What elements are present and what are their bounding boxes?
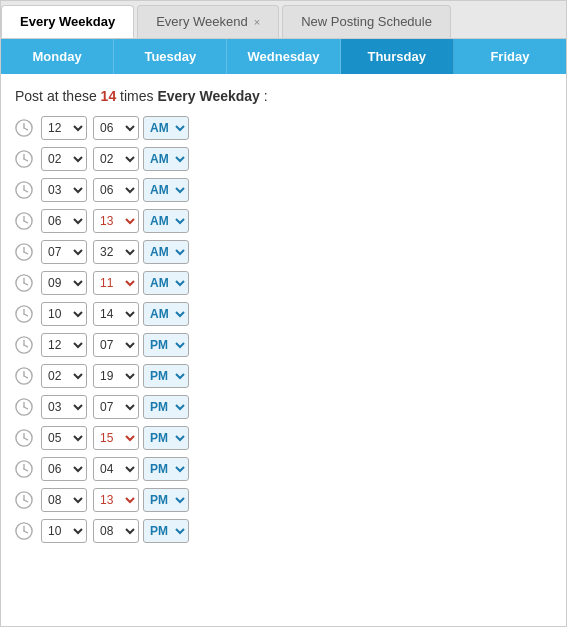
minute-select[interactable]: 0001020304050607080910111213141516171819… (93, 271, 139, 295)
time-row: 0102030405060708091011120001020304050607… (15, 240, 552, 264)
time-row: 0102030405060708091011120001020304050607… (15, 209, 552, 233)
minute-select[interactable]: 0001020304050607080910111213141516171819… (93, 240, 139, 264)
tab-bar: Every WeekdayEvery Weekend×New Posting S… (1, 1, 566, 39)
ampm-select[interactable]: AMPM (143, 457, 189, 481)
time-row: 0102030405060708091011120001020304050607… (15, 395, 552, 419)
ampm-select[interactable]: AMPM (143, 271, 189, 295)
clock-icon (15, 522, 33, 540)
time-row: 0102030405060708091011120001020304050607… (15, 116, 552, 140)
hour-select[interactable]: 010203040506070809101112 (41, 519, 87, 543)
svg-line-11 (24, 221, 28, 223)
main-container: Every WeekdayEvery Weekend×New Posting S… (0, 0, 567, 627)
clock-icon (15, 460, 33, 478)
clock-icon (15, 305, 33, 323)
svg-line-26 (24, 376, 28, 378)
time-row: 0102030405060708091011120001020304050607… (15, 426, 552, 450)
time-row: 0102030405060708091011120001020304050607… (15, 302, 552, 326)
time-row: 0102030405060708091011120001020304050607… (15, 457, 552, 481)
minute-select[interactable]: 0001020304050607080910111213141516171819… (93, 302, 139, 326)
clock-icon (15, 150, 33, 168)
svg-line-8 (24, 190, 28, 192)
hour-select[interactable]: 010203040506070809101112 (41, 333, 87, 357)
time-row: 0102030405060708091011120001020304050607… (15, 147, 552, 171)
minute-select[interactable]: 0001020304050607080910111213141516171819… (93, 457, 139, 481)
ampm-select[interactable]: AMPM (143, 116, 189, 140)
minute-select[interactable]: 0001020304050607080910111213141516171819… (93, 333, 139, 357)
post-count: 14 (101, 88, 117, 104)
hour-select[interactable]: 010203040506070809101112 (41, 364, 87, 388)
hour-select[interactable]: 010203040506070809101112 (41, 178, 87, 202)
hour-select[interactable]: 010203040506070809101112 (41, 147, 87, 171)
post-label-suffix: times (116, 88, 157, 104)
time-row: 0102030405060708091011120001020304050607… (15, 178, 552, 202)
ampm-select[interactable]: AMPM (143, 302, 189, 326)
day-tab-wednesday[interactable]: Wednesday (227, 39, 340, 74)
ampm-select[interactable]: AMPM (143, 426, 189, 450)
svg-line-20 (24, 314, 28, 316)
clock-icon (15, 274, 33, 292)
svg-line-32 (24, 438, 28, 440)
clock-icon (15, 243, 33, 261)
day-tab-monday[interactable]: Monday (1, 39, 114, 74)
hour-select[interactable]: 010203040506070809101112 (41, 116, 87, 140)
time-row: 0102030405060708091011120001020304050607… (15, 364, 552, 388)
hour-select[interactable]: 010203040506070809101112 (41, 426, 87, 450)
svg-line-35 (24, 469, 28, 471)
clock-icon (15, 119, 33, 137)
content-area: Post at these 14 times Every Weekday : 0… (1, 74, 566, 564)
hour-select[interactable]: 010203040506070809101112 (41, 271, 87, 295)
ampm-select[interactable]: AMPM (143, 178, 189, 202)
clock-icon (15, 491, 33, 509)
ampm-select[interactable]: AMPM (143, 519, 189, 543)
ampm-select[interactable]: AMPM (143, 488, 189, 512)
hour-select[interactable]: 010203040506070809101112 (41, 457, 87, 481)
ampm-select[interactable]: AMPM (143, 395, 189, 419)
clock-icon (15, 181, 33, 199)
day-tab-tuesday[interactable]: Tuesday (114, 39, 227, 74)
tab-every-weekday[interactable]: Every Weekday (1, 5, 134, 38)
minute-select[interactable]: 0001020304050607080910111213141516171819… (93, 364, 139, 388)
tab-new-posting-schedule[interactable]: New Posting Schedule (282, 5, 451, 38)
ampm-select[interactable]: AMPM (143, 333, 189, 357)
post-day: Every Weekday (157, 88, 259, 104)
hour-select[interactable]: 010203040506070809101112 (41, 209, 87, 233)
ampm-select[interactable]: AMPM (143, 209, 189, 233)
hour-select[interactable]: 010203040506070809101112 (41, 240, 87, 264)
minute-select[interactable]: 0001020304050607080910111213141516171819… (93, 178, 139, 202)
svg-line-2 (24, 128, 28, 130)
minute-select[interactable]: 0001020304050607080910111213141516171819… (93, 147, 139, 171)
day-tabs: MondayTuesdayWednesdayThursdayFriday (1, 39, 566, 74)
clock-icon (15, 398, 33, 416)
svg-line-29 (24, 407, 28, 409)
tab-every-weekend[interactable]: Every Weekend× (137, 5, 279, 38)
day-tab-thursday[interactable]: Thursday (341, 39, 454, 74)
time-row: 0102030405060708091011120001020304050607… (15, 271, 552, 295)
post-label: Post at these 14 times Every Weekday : (15, 88, 552, 104)
post-label-colon: : (260, 88, 268, 104)
minute-select[interactable]: 0001020304050607080910111213141516171819… (93, 395, 139, 419)
svg-line-14 (24, 252, 28, 254)
svg-line-23 (24, 345, 28, 347)
hour-select[interactable]: 010203040506070809101112 (41, 302, 87, 326)
clock-icon (15, 429, 33, 447)
svg-line-41 (24, 531, 28, 533)
minute-select[interactable]: 0001020304050607080910111213141516171819… (93, 116, 139, 140)
time-row: 0102030405060708091011120001020304050607… (15, 519, 552, 543)
minute-select[interactable]: 0001020304050607080910111213141516171819… (93, 488, 139, 512)
ampm-select[interactable]: AMPM (143, 147, 189, 171)
close-tab-icon[interactable]: × (254, 16, 260, 28)
minute-select[interactable]: 0001020304050607080910111213141516171819… (93, 209, 139, 233)
minute-select[interactable]: 0001020304050607080910111213141516171819… (93, 519, 139, 543)
hour-select[interactable]: 010203040506070809101112 (41, 395, 87, 419)
time-row: 0102030405060708091011120001020304050607… (15, 333, 552, 357)
svg-line-5 (24, 159, 28, 161)
svg-line-17 (24, 283, 28, 285)
day-tab-friday[interactable]: Friday (454, 39, 566, 74)
time-rows-container: 0102030405060708091011120001020304050607… (15, 116, 552, 543)
hour-select[interactable]: 010203040506070809101112 (41, 488, 87, 512)
clock-icon (15, 212, 33, 230)
ampm-select[interactable]: AMPM (143, 364, 189, 388)
time-row: 0102030405060708091011120001020304050607… (15, 488, 552, 512)
minute-select[interactable]: 0001020304050607080910111213141516171819… (93, 426, 139, 450)
ampm-select[interactable]: AMPM (143, 240, 189, 264)
